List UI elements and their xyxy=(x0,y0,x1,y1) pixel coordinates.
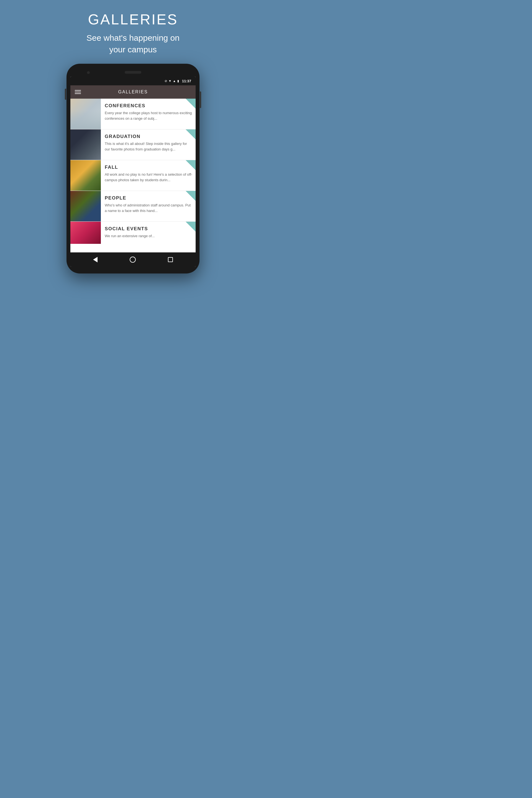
phone-shell: ⊘ ▼ ▲ ▮ 11:37 GALLERIES xyxy=(66,64,200,273)
signal-icon: ▲ xyxy=(173,79,176,82)
gallery-list: CONFERENCES Every year the college plays… xyxy=(70,99,196,252)
app-bar-title: GALLERIES xyxy=(84,90,182,94)
gallery-item-title-conferences: CONFERENCES xyxy=(105,103,192,109)
gallery-item-title-people: PEOPLE xyxy=(105,195,192,201)
gallery-item-conferences[interactable]: CONFERENCES Every year the college plays… xyxy=(70,99,196,129)
gallery-item-content-social-events: SOCIAL EVENTS We run an extensive range … xyxy=(101,222,196,252)
gallery-item-desc-people: Who's who of administration staff around… xyxy=(105,203,192,213)
corner-accent-conferences xyxy=(186,99,196,109)
status-time: 11:37 xyxy=(182,79,191,83)
status-icons: ⊘ ▼ ▲ ▮ 11:37 xyxy=(165,79,191,83)
gallery-item-image-fall xyxy=(70,160,101,191)
wifi-icon: ▼ xyxy=(169,79,172,82)
page-header: GALLERIES See what's happening onyour ca… xyxy=(87,0,179,64)
gallery-item-title-graduation: GRADUATION xyxy=(105,134,192,139)
corner-accent-social-events xyxy=(186,222,196,232)
status-bar: ⊘ ▼ ▲ ▮ 11:37 xyxy=(70,76,196,86)
phone-bottom-bar xyxy=(70,267,196,270)
battery-icon: ▮ xyxy=(177,79,179,83)
gallery-item-desc-social-events: We run an extensive range of... xyxy=(105,233,192,239)
gallery-item-title-social-events: SOCIAL EVENTS xyxy=(105,226,192,232)
gallery-item-image-people xyxy=(70,191,101,222)
gallery-item-content-conferences: CONFERENCES Every year the college plays… xyxy=(101,99,196,129)
gallery-item-image-conferences xyxy=(70,99,101,129)
gallery-item-desc-graduation: This is what it's all about! Step inside… xyxy=(105,141,192,152)
page-title: GALLERIES xyxy=(87,11,179,28)
gallery-item-image-social-events xyxy=(70,222,101,252)
phone-top-bar xyxy=(70,69,196,76)
hamburger-menu-icon[interactable] xyxy=(75,90,81,94)
recent-apps-button[interactable] xyxy=(168,257,173,262)
gallery-item-people[interactable]: PEOPLE Who's who of administration staff… xyxy=(70,191,196,222)
bottom-nav xyxy=(70,252,196,267)
corner-accent-graduation xyxy=(186,129,196,139)
corner-accent-fall xyxy=(186,160,196,170)
gallery-item-content-graduation: GRADUATION This is what it's all about! … xyxy=(101,129,196,160)
gallery-item-fall[interactable]: FALL All work and no play is no fun! Her… xyxy=(70,160,196,191)
home-button[interactable] xyxy=(130,256,136,263)
phone-screen: ⊘ ▼ ▲ ▮ 11:37 GALLERIES xyxy=(70,76,196,267)
gallery-item-desc-fall: All work and no play is no fun! Here's a… xyxy=(105,172,192,183)
page-subtitle: See what's happening onyour campus xyxy=(87,32,179,55)
corner-accent-people xyxy=(186,191,196,201)
gallery-item-graduation[interactable]: GRADUATION This is what it's all about! … xyxy=(70,129,196,160)
gallery-item-content-fall: FALL All work and no play is no fun! Her… xyxy=(101,160,196,191)
gallery-item-image-graduation xyxy=(70,129,101,160)
gallery-item-desc-conferences: Every year the college plays host to num… xyxy=(105,110,192,121)
phone-camera xyxy=(87,71,90,74)
gallery-item-content-people: PEOPLE Who's who of administration staff… xyxy=(101,191,196,222)
gallery-item-title-fall: FALL xyxy=(105,165,192,170)
phone-speaker xyxy=(125,71,141,74)
back-button[interactable] xyxy=(93,257,97,262)
app-bar: GALLERIES xyxy=(70,86,196,99)
do-not-disturb-icon: ⊘ xyxy=(165,79,167,83)
gallery-item-social-events[interactable]: SOCIAL EVENTS We run an extensive range … xyxy=(70,222,196,252)
